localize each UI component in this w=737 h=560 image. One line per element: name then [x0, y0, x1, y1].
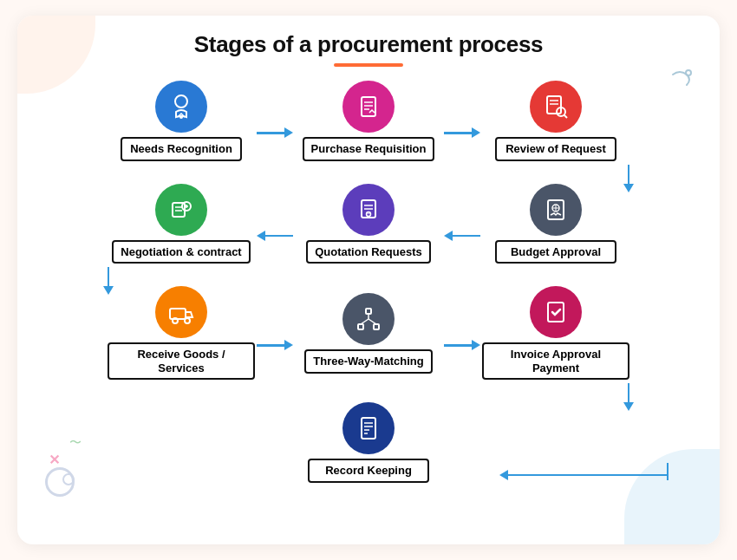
svg-rect-31 [374, 324, 379, 329]
budget-approval-label: Budget Approval [495, 240, 616, 264]
svg-point-0 [686, 70, 691, 75]
needs-recognition-label: Needs Recognition [121, 137, 242, 161]
purchase-requisition-label: Purchase Requisition [303, 137, 435, 161]
flow-row-2: Negotiation & contract Quotation Request… [38, 184, 699, 264]
invoice-approval-icon [530, 286, 582, 338]
node-purchase-requisition: Purchase Requisition [295, 81, 442, 161]
quotation-requests-icon [342, 184, 395, 236]
needs-recognition-icon [155, 81, 207, 133]
svg-line-9 [564, 115, 568, 119]
svg-rect-30 [358, 324, 363, 329]
arrow-row1-1 [257, 127, 293, 138]
arrow-row1-2 [444, 127, 480, 138]
review-of-request-icon [530, 81, 582, 133]
budget-approval-icon [530, 184, 582, 236]
negotiation-contract-icon [155, 184, 207, 236]
arrow-row3-2 [444, 340, 480, 350]
purchase-requisition-icon [342, 81, 395, 133]
svg-point-1 [175, 95, 187, 107]
svg-line-33 [361, 319, 368, 324]
svg-point-27 [173, 318, 178, 323]
receive-goods-label: Receive Goods / Services [108, 342, 255, 380]
receive-goods-icon [155, 286, 207, 338]
vert-spacer-1 [38, 165, 699, 184]
node-review-of-request: Review of Request [482, 81, 629, 161]
three-way-matching-icon [342, 293, 395, 345]
svg-rect-26 [170, 309, 186, 319]
node-quotation-requests: Quotation Requests [295, 184, 442, 264]
review-of-request-label: Review of Request [495, 137, 616, 161]
three-way-matching-label: Three-Way-Matching [304, 349, 432, 374]
node-invoice-approval: Invoice Approval Payment [482, 286, 629, 380]
node-receive-goods: Receive Goods / Services [108, 286, 255, 380]
vert-spacer-3 [38, 383, 699, 402]
connector-horizontal-end [499, 470, 669, 480]
flow-row-3: Receive Goods / Services Thr [38, 286, 699, 380]
arrow-row2-1 [257, 231, 293, 241]
page-title: Stages of a procurement process [38, 31, 699, 58]
svg-rect-35 [548, 303, 564, 322]
svg-rect-3 [362, 97, 375, 116]
quotation-requests-label: Quotation Requests [306, 240, 431, 264]
vert-spacer-2 [38, 267, 699, 286]
record-keeping-label: Record Keeping [308, 459, 429, 483]
svg-point-2 [179, 115, 183, 119]
svg-rect-36 [362, 418, 375, 439]
svg-rect-29 [366, 309, 371, 314]
node-needs-recognition: Needs Recognition [108, 81, 255, 161]
arrow-row3-1 [257, 340, 293, 350]
node-negotiation-contract: Negotiation & contract [108, 184, 255, 264]
svg-point-28 [185, 318, 190, 323]
record-keeping-icon [342, 402, 395, 454]
main-card: ✕ 〜 Stages of a procurement process Need… [17, 16, 720, 544]
title-underline [334, 63, 403, 67]
svg-rect-7 [547, 96, 561, 114]
node-record-keeping: Record Keeping [295, 402, 442, 483]
node-budget-approval: Budget Approval [482, 184, 629, 264]
invoice-approval-label: Invoice Approval Payment [482, 342, 629, 380]
svg-line-34 [368, 319, 376, 324]
flow-diagram: Needs Recognition Purchase Requisition [38, 81, 699, 483]
arrow-row2-2 [444, 231, 480, 241]
node-three-way-matching: Three-Way-Matching [295, 293, 442, 374]
negotiation-contract-label: Negotiation & contract [112, 240, 250, 264]
flow-row-1: Needs Recognition Purchase Requisition [38, 81, 699, 161]
